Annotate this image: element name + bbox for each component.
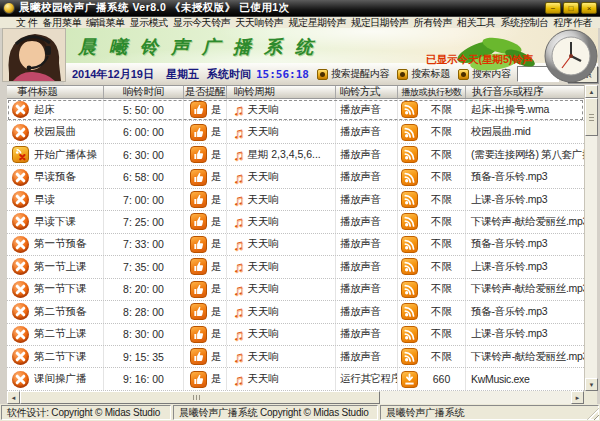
- banner: 晨曦铃声广播系统 已显示今天(星期5)铃声: [2, 28, 598, 63]
- menu-daily-rings[interactable]: 天天响铃声: [235, 17, 283, 28]
- thumb-up-icon: [190, 146, 207, 163]
- exec-seconds: 不限: [431, 350, 452, 364]
- menu-edit[interactable]: 编辑菜单: [86, 17, 124, 28]
- scroll-down-arrow[interactable]: ▼: [585, 378, 598, 391]
- scroll-right-arrow[interactable]: ►: [571, 391, 584, 404]
- menu-show-today[interactable]: 显示今天铃声: [173, 17, 231, 28]
- ring-time: 6: 30: 00: [104, 144, 184, 165]
- exec-seconds: 不限: [431, 170, 452, 184]
- today-ring-status: 已显示今天(星期5)铃声: [426, 53, 533, 67]
- menu-backup[interactable]: 备用菜单: [43, 17, 81, 28]
- col-remind[interactable]: 是否提醒: [184, 86, 227, 98]
- exec-seconds: 不限: [431, 260, 452, 274]
- ring-method: 播放声音: [336, 324, 398, 345]
- event-title: 第二节预备: [34, 305, 87, 319]
- col-file[interactable]: 执行音乐或程序: [466, 86, 584, 98]
- close-button[interactable]: ×: [581, 2, 597, 14]
- scroll-left-arrow[interactable]: ◄: [7, 391, 20, 404]
- ball-x-icon: [12, 281, 29, 298]
- exec-file: 上课-音乐铃.mp3: [466, 189, 584, 210]
- menu-author[interactable]: 程序作者: [553, 17, 591, 28]
- table-row[interactable]: 课间操广播 9: 16: 00 是 ♫ 天天响 运行其它程序 660 KwMus…: [7, 368, 584, 390]
- col-event-title[interactable]: 事件标题: [7, 86, 104, 98]
- ring-time: 7: 00: 00: [104, 189, 184, 210]
- exec-file: 预备-音乐铃.mp3: [466, 301, 584, 322]
- exec-seconds: 不限: [431, 125, 452, 139]
- status-copyright: 晨曦铃声广播系统 Copyright © Midas Studio: [173, 405, 378, 420]
- col-period[interactable]: 响铃周期: [227, 86, 336, 98]
- menu-weekly-rings[interactable]: 规定星期铃声: [288, 17, 346, 28]
- table-row[interactable]: 早读下课 7: 25: 00 是 ♫ 天天响 播放声音 不限 下课铃声-献给爱丽…: [7, 211, 584, 233]
- table-row[interactable]: 早读预备 6: 58: 00 是 ♫ 天天响 播放声音 不限 预备-音乐铃.mp…: [7, 166, 584, 188]
- menu-all-rings[interactable]: 所有铃声: [414, 17, 452, 28]
- table-row[interactable]: 第一节上课 7: 35: 00 是 ♫ 天天响 播放声音 不限 上课-音乐铃.m…: [7, 256, 584, 278]
- remind-flag: 是: [211, 372, 222, 386]
- remind-flag: 是: [211, 170, 222, 184]
- thumb-up-icon: [190, 326, 207, 343]
- table-body: 起床 5: 50: 00 是 ♫ 天天响 播放声音 不限 起床-出操号.wma …: [7, 99, 584, 391]
- table-row[interactable]: 第一节预备 7: 33: 00 是 ♫ 天天响 播放声音 不限 预备-音乐铃.m…: [7, 234, 584, 256]
- table-row[interactable]: 第二节下课 9: 15: 35 是 ♫ 天天响 播放声音 不限 下课铃声-献给爱…: [7, 346, 584, 368]
- ring-method: 播放声音: [336, 234, 398, 255]
- table-row[interactable]: 早读 7: 00: 00 是 ♫ 天天响 播放声音 不限 上课-音乐铃.mp3: [7, 189, 584, 211]
- rss-icon: [401, 101, 418, 118]
- table-row[interactable]: 第二节预备 8: 28: 00 是 ♫ 天天响 播放声音 不限 预备-音乐铃.m…: [7, 301, 584, 323]
- ring-time: 8: 30: 00: [104, 324, 184, 345]
- clock-graphic: [544, 29, 598, 87]
- menu-display-mode[interactable]: 显示模式: [129, 17, 167, 28]
- rss-icon: [401, 236, 418, 253]
- rss-icon: [401, 281, 418, 298]
- search-option-icon[interactable]: [397, 69, 408, 80]
- event-title: 早读预备: [34, 170, 76, 184]
- title-bar: 晨曦校园铃声广播系统 Ver8.0 《未授权版》 已使用1次 − □ ×: [0, 0, 600, 17]
- vertical-scrollbar[interactable]: ▲ ▼: [584, 85, 597, 391]
- weekday: 星期五: [166, 67, 199, 82]
- ring-period: 天天响: [247, 215, 279, 229]
- ball-x-icon: [12, 124, 29, 141]
- table-row[interactable]: 第一节下课 8: 20: 00 是 ♫ 天天响 播放声音 不限 下课铃声-献给爱…: [7, 279, 584, 301]
- ring-time: 7: 35: 00: [104, 256, 184, 277]
- current-date: 2014年12月19日: [72, 67, 154, 82]
- download-icon: [401, 371, 418, 388]
- remind-flag: 是: [211, 103, 222, 117]
- music-notes-icon: ♫: [233, 125, 244, 140]
- vertical-scroll-thumb[interactable]: [585, 98, 598, 136]
- ring-time: 6: 00: 00: [104, 121, 184, 142]
- remind-flag: 是: [211, 215, 222, 229]
- menu-tools[interactable]: 相关工具: [457, 17, 495, 28]
- ring-time: 8: 20: 00: [104, 279, 184, 300]
- table-row[interactable]: 开始广播体操 6: 30: 00 是 ♫ 星期 2,3,4,5,6... 播放声…: [7, 144, 584, 166]
- col-seconds[interactable]: 播放或执行秒数: [398, 86, 466, 98]
- menu-dated-rings[interactable]: 规定日期铃声: [351, 17, 409, 28]
- table-row[interactable]: 起床 5: 50: 00 是 ♫ 天天响 播放声音 不限 起床-出操号.wma: [7, 99, 584, 121]
- event-title: 第一节上课: [34, 260, 87, 274]
- menu-bar: 文 件 备用菜单 编辑菜单 显示模式 显示今天铃声 天天响铃声 规定星期铃声 规…: [0, 17, 600, 28]
- minimize-button[interactable]: −: [545, 2, 561, 14]
- maximize-button[interactable]: □: [563, 2, 579, 14]
- horizontal-scroll-thumb[interactable]: [20, 391, 380, 404]
- ring-period: 天天响: [247, 282, 279, 296]
- ball-x-icon: [12, 348, 29, 365]
- ring-period: 天天响: [247, 260, 279, 274]
- search-remind-option[interactable]: 搜索提醒内容: [317, 67, 389, 81]
- table-row[interactable]: 第二节上课 8: 30: 00 是 ♫ 天天响 播放声音 不限 上课-音乐铃.m…: [7, 324, 584, 346]
- horizontal-scrollbar[interactable]: ◄ ►: [7, 391, 584, 404]
- horizontal-scroll-track[interactable]: [380, 391, 571, 404]
- menu-file[interactable]: 文 件: [16, 17, 38, 28]
- table-row[interactable]: 校园晨曲 6: 00: 00 是 ♫ 天天响 播放声音 不限 校园晨曲.mid: [7, 121, 584, 143]
- exec-file: 下课铃声-献给爱丽丝.mp3: [466, 346, 584, 367]
- exec-file: 预备-音乐铃.mp3: [466, 166, 584, 187]
- music-notes-icon: ♫: [233, 349, 244, 364]
- operator-photo: [2, 28, 66, 82]
- col-ring-time[interactable]: 响铃时间: [104, 86, 184, 98]
- menu-console[interactable]: 系统控制台: [500, 17, 548, 28]
- search-option-icon[interactable]: [317, 69, 328, 80]
- ring-method: 播放声音: [336, 166, 398, 187]
- ring-method: 播放声音: [336, 99, 398, 120]
- search-title-option[interactable]: 搜索标题: [397, 67, 450, 81]
- ring-method: 播放声音: [336, 121, 398, 142]
- window-controls: − □ ×: [545, 2, 600, 14]
- col-method[interactable]: 响铃方式: [336, 86, 398, 98]
- exec-seconds: 不限: [431, 193, 452, 207]
- exec-seconds: 不限: [431, 148, 452, 162]
